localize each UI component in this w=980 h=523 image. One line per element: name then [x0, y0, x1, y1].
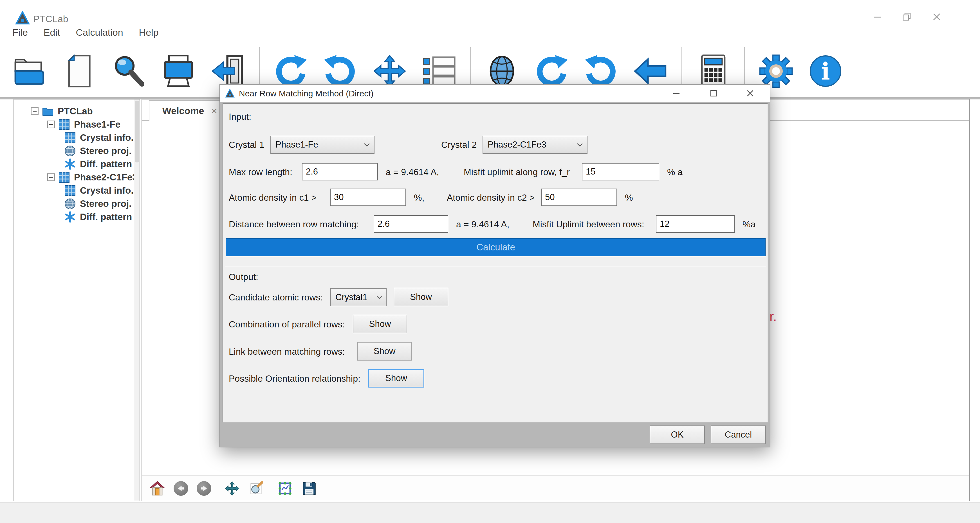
tree-item-phase1-diff-pattern[interactable]: Diff. pattern — [64, 157, 132, 171]
rotate-counterclockwise-icon — [324, 54, 357, 88]
restore-icon — [902, 13, 912, 21]
configure-subplots-button[interactable] — [277, 480, 293, 496]
density-c1-unit: %, — [414, 192, 424, 203]
chevron-down-icon — [364, 143, 370, 147]
tree-item-phase2-stereo-proj[interactable]: Stereo proj. — [64, 197, 131, 210]
output-section-label: Output: — [229, 272, 258, 282]
folder-icon — [42, 105, 54, 117]
tree-item-phase2-crystal-info[interactable]: Crystal info. — [64, 184, 134, 197]
plot-nav-toolbar — [142, 475, 969, 501]
candidate-show-button[interactable]: Show — [394, 288, 448, 306]
combination-show-button[interactable]: Show — [353, 315, 407, 333]
tree-item-label: Diff. pattern — [80, 159, 132, 170]
max-row-length-unit: a = 9.4614 A, — [386, 167, 439, 178]
calculate-button[interactable]: Calculate — [226, 238, 765, 256]
dialog-close-button[interactable] — [744, 88, 757, 99]
window-restore-button[interactable] — [900, 11, 913, 22]
density-c1-input[interactable] — [330, 189, 406, 206]
pan-button[interactable] — [224, 480, 240, 496]
dialog-minimize-button[interactable] — [670, 88, 683, 99]
menu-file[interactable]: File — [13, 27, 28, 38]
density-c2-label: Atomic density in c2 > — [447, 192, 535, 203]
gear-icon — [759, 54, 792, 88]
save-figure-button[interactable] — [301, 480, 317, 496]
misfit-between-input[interactable] — [656, 215, 735, 233]
possible-or-show-button[interactable]: Show — [368, 369, 424, 388]
tree-item-label: Stereo proj. — [80, 146, 131, 156]
window-close-button[interactable] — [930, 11, 943, 22]
tree-item-phase2[interactable]: Phase2-C1Fe3 — [47, 171, 138, 184]
tab-welcome[interactable]: Welcome × — [149, 100, 231, 121]
dialog-logo-icon — [225, 88, 235, 98]
crystal-grid-icon — [64, 132, 76, 144]
tree-item-label: Phase2-C1Fe3 — [74, 172, 138, 183]
tree-scrollbar[interactable] — [134, 100, 140, 501]
crystal1-select[interactable]: Phase1-Fe — [270, 136, 374, 154]
tree-item-phase1-crystal-info[interactable]: Crystal info. — [64, 131, 134, 144]
rotate-clockwise-icon — [274, 54, 307, 88]
crystal-grid-icon — [58, 119, 70, 130]
dialog-titlebar[interactable]: Near Row Matching Method (Direct) — [220, 85, 770, 102]
menu-help[interactable]: Help — [139, 27, 159, 38]
info-icon: i — [810, 55, 841, 87]
crystal2-select[interactable]: Phase2-C1Fe3 — [482, 136, 587, 154]
density-c2-input[interactable] — [541, 189, 617, 206]
distance-input[interactable] — [374, 215, 448, 233]
scrollbar-thumb[interactable] — [135, 101, 139, 162]
zoom-rect-icon — [249, 481, 264, 496]
combination-label: Combination of parallel rows: — [229, 319, 345, 330]
left-arrow-icon — [634, 54, 667, 88]
distance-unit: a = 9.4614 A, — [456, 219, 509, 230]
distance-label: Distance between row matching: — [229, 219, 359, 230]
link-label: Link between matching rows: — [229, 347, 345, 357]
about-button[interactable]: i — [807, 50, 844, 92]
tree-item-phase1-stereo-proj[interactable]: Stereo proj. — [64, 144, 131, 157]
tab-welcome-label: Welcome — [162, 105, 204, 116]
density-c2-unit: % — [625, 192, 633, 203]
tree-item-phase2-diff-pattern[interactable]: Diff. pattern — [64, 210, 132, 223]
home-button[interactable] — [150, 480, 165, 496]
menu-calculation[interactable]: Calculation — [76, 27, 123, 38]
tab-close-icon[interactable]: × — [211, 105, 217, 116]
snowflake-icon — [64, 158, 76, 170]
input-section-label: Input: — [229, 112, 251, 122]
window-minimize-button[interactable] — [871, 11, 884, 22]
new-document-button[interactable] — [61, 50, 98, 92]
collapse-icon[interactable] — [31, 107, 38, 115]
open-folder-icon — [13, 54, 46, 88]
link-show-button[interactable]: Show — [357, 342, 412, 361]
crystal2-selected-value: Phase2-C1Fe3 — [488, 139, 546, 150]
minimize-icon — [873, 13, 882, 21]
collapse-icon[interactable] — [47, 173, 55, 181]
ok-button[interactable]: OK — [650, 425, 705, 444]
globe-icon — [485, 54, 519, 88]
tree-item-ptclab[interactable]: PTCLab — [31, 105, 93, 118]
cancel-button[interactable]: Cancel — [711, 425, 766, 444]
back-nav-button[interactable] — [173, 481, 188, 496]
misfit-along-unit: % a — [667, 167, 682, 178]
collapse-icon[interactable] — [47, 120, 55, 128]
snowflake-icon — [64, 211, 76, 223]
candidate-crystal-select[interactable]: Crystal1 — [330, 288, 387, 306]
rotate-counterclockwise-icon — [584, 54, 617, 88]
misfit-along-input[interactable] — [582, 163, 659, 181]
dialog-body: Input: Crystal 1 Phase1-Fe Crystal 2 Pha… — [223, 103, 768, 422]
open-file-button[interactable] — [11, 50, 48, 92]
forward-nav-button[interactable] — [197, 481, 211, 496]
dialog-maximize-button[interactable] — [707, 88, 720, 99]
new-document-icon — [63, 54, 96, 88]
home-icon — [150, 481, 165, 496]
zoom-to-rect-button[interactable] — [248, 480, 264, 496]
welcome-red-text-fragment: r. — [770, 309, 777, 324]
print-button[interactable] — [160, 50, 197, 92]
tree-item-label: Crystal info. — [80, 185, 134, 196]
misfit-along-label: Misfit uplimit along row, f_r — [464, 167, 570, 178]
tree-item-phase1[interactable]: Phase1-Fe — [47, 118, 121, 131]
menu-edit[interactable]: Edit — [44, 27, 60, 38]
max-row-length-label: Max row length: — [229, 167, 292, 178]
move-arrows-icon — [373, 54, 406, 88]
save-floppy-icon — [302, 481, 317, 496]
pan-arrows-icon — [225, 481, 239, 496]
zoom-button[interactable] — [110, 50, 148, 92]
max-row-length-input[interactable] — [302, 163, 378, 181]
